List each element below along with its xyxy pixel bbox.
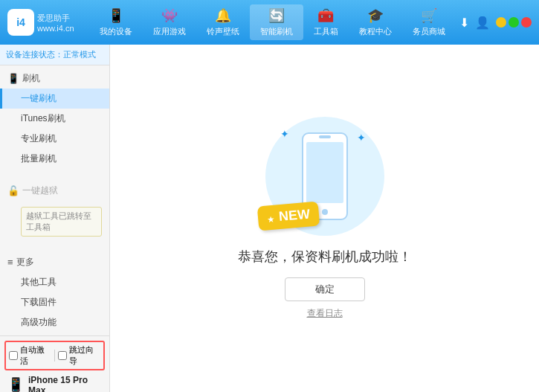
nav-tutorial[interactable]: 🎓 教程中心 [349,4,402,40]
sidebar-section-flash: 📱 刷机 一键刷机 iTunes刷机 专业刷机 批量刷机 [0,65,109,172]
confirm-button[interactable]: 确定 [285,277,365,301]
device-name: iPhone 15 Pro Max [28,375,102,392]
minimize-button[interactable] [496,17,506,28]
close-button[interactable] [521,17,532,28]
sparkle-left: ✦ [280,128,289,140]
games-icon: 👾 [161,7,178,24]
sidebar: 设备连接状态：正常模式 📱 刷机 一键刷机 iTunes刷机 专业刷机 批量刷机… [0,45,110,392]
guide-restore-input[interactable] [58,351,67,360]
nav-app-games[interactable]: 👾 应用游戏 [143,4,196,40]
app-logo: i4 爱思助手 www.i4.cn [7,9,74,36]
success-message: 恭喜您，保资料刷机成功啦！ [238,248,412,266]
jailbreak-notice-text: 越狱工具已跳转至工具箱 [21,207,102,237]
logo-text: 爱思助手 www.i4.cn [37,13,74,33]
device-phone-icon: 📱 [7,376,24,392]
toolbox-icon: 🧰 [317,7,334,24]
sparkle-right: ✦ [357,132,366,144]
sidebar-item-pro-flash[interactable]: 专业刷机 [0,129,109,149]
download-icon[interactable]: ⬇ [459,16,469,30]
ringtone-icon: 🔔 [215,7,231,24]
app-header: i4 爱思助手 www.i4.cn 📱 我的设备 👾 应用游戏 🔔 铃声壁纸 🔄 [0,0,539,45]
sidebar-item-other-tools[interactable]: 其他工具 [0,272,109,292]
auto-activate-input[interactable] [9,351,18,360]
maximize-button[interactable] [509,17,519,28]
device-icon: 📱 [108,7,124,24]
main-content: ✦ ✦ NEW 恭喜您，保资料刷机成功啦！ 确定 [110,45,539,392]
nav-service[interactable]: 🛒 务员商城 [402,4,456,40]
guide-restore-checkbox[interactable]: 跳过向导 [58,344,100,367]
sidebar-section-more-header: ≡ 更多 [0,252,109,272]
auto-activate-checkbox[interactable]: 自动激活 [9,344,51,367]
auto-activate-row: 自动激活 跳过向导 [4,341,105,370]
flash-icon: 🔄 [268,7,285,24]
device-details: iPhone 15 Pro Max 512GB iPhone [28,375,102,392]
user-icon[interactable]: 👤 [475,16,490,30]
window-controls [496,17,532,28]
new-badge: NEW [256,201,320,231]
main-nav: 📱 我的设备 👾 应用游戏 🔔 铃声壁纸 🔄 智能刷机 🧰 工具箱 🎓 [89,4,459,40]
tutorial-icon: 🎓 [367,7,384,24]
sidebar-bottom: 自动激活 跳过向导 📱 iPhone 15 Pro Max 512GB iPho… [0,335,109,392]
device-info: 📱 iPhone 15 Pro Max 512GB iPhone [4,370,105,392]
jailbreak-section-icon: 🔓 [7,185,19,196]
sidebar-section-jailbreak: 🔓 一键越狱 越狱工具已跳转至工具箱 [0,178,109,243]
sidebar-section-jailbreak-header: 🔓 一键越狱 [0,181,109,201]
success-illustration: ✦ ✦ NEW [265,117,384,236]
service-icon: 🛒 [421,7,437,24]
sidebar-item-itunes-flash[interactable]: iTunes刷机 [0,109,109,129]
phone-circle: ✦ ✦ NEW [265,117,384,236]
row-divider [54,350,55,362]
svg-point-3 [322,209,328,215]
nav-my-device[interactable]: 📱 我的设备 [89,4,143,40]
sidebar-item-one-key-flash[interactable]: 一键刷机 [0,89,109,109]
sidebar-item-download-firmware[interactable]: 下载固件 [0,292,109,312]
main-container: 设备连接状态：正常模式 📱 刷机 一键刷机 iTunes刷机 专业刷机 批量刷机… [0,45,539,392]
logo-icon: i4 [7,9,34,36]
sidebar-section-flash-header: 📱 刷机 [0,68,109,89]
svg-rect-1 [306,142,343,203]
sidebar-item-batch-flash[interactable]: 批量刷机 [0,149,109,169]
sidebar-item-advanced[interactable]: 高级功能 [0,312,109,332]
flash-section-icon: 📱 [7,73,19,84]
svg-rect-2 [319,135,331,138]
nav-ringtone[interactable]: 🔔 铃声壁纸 [196,4,250,40]
jailbreak-notice: 越狱工具已跳转至工具箱 [0,201,109,240]
more-section-icon: ≡ [7,257,13,268]
nav-smart-flash[interactable]: 🔄 智能刷机 [250,4,303,40]
connection-status: 设备连接状态：正常模式 [0,45,109,65]
nav-toolbox[interactable]: 🧰 工具箱 [303,4,349,40]
view-log-link[interactable]: 查看日志 [307,307,343,320]
sidebar-section-more: ≡ 更多 其他工具 下载固件 高级功能 [0,249,109,335]
